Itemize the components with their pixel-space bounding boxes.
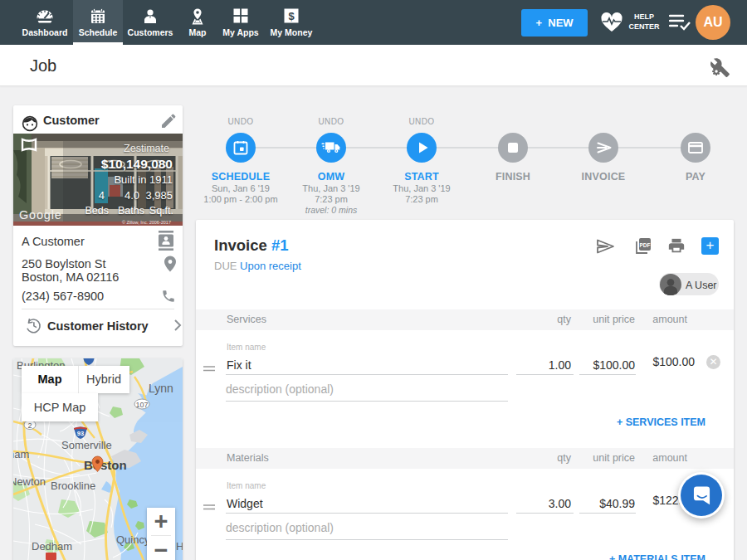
svg-text:$: $ — [288, 10, 295, 22]
svg-text:Beds: Beds — [85, 205, 110, 217]
svg-text:3,985: 3,985 — [145, 189, 173, 202]
svg-text:Newton: Newton — [13, 475, 46, 488]
svg-text:4.0: 4.0 — [124, 189, 139, 202]
svg-text:Built in 1911: Built in 1911 — [114, 173, 173, 186]
svg-text:PDF: PDF — [640, 242, 651, 248]
svg-text:Dedham: Dedham — [32, 540, 72, 553]
svg-text:Google: Google — [19, 208, 62, 222]
svg-text:Hi: Hi — [176, 540, 183, 553]
svg-text:Boston: Boston — [84, 458, 127, 472]
svg-text:$10,149,080: $10,149,080 — [101, 157, 173, 171]
svg-text:93: 93 — [77, 430, 84, 437]
svg-text:© Zillow, Inc. 2006-2017: © Zillow, Inc. 2006-2017 — [122, 220, 171, 225]
svg-text:ham: ham — [13, 448, 29, 460]
svg-text:Sq.ft.: Sq.ft. — [149, 205, 173, 217]
svg-text:Baths: Baths — [118, 205, 144, 217]
svg-text:Brookline: Brookline — [51, 480, 95, 492]
svg-text:4: 4 — [99, 189, 105, 202]
svg-text:2: 2 — [27, 421, 32, 430]
svg-text:107: 107 — [135, 401, 148, 409]
svg-text:Quincy: Quincy — [116, 533, 150, 546]
svg-text:Zestimate: Zestimate — [124, 143, 169, 154]
svg-text:Somerville: Somerville — [61, 439, 112, 451]
svg-text:Lynn: Lynn — [149, 382, 173, 395]
